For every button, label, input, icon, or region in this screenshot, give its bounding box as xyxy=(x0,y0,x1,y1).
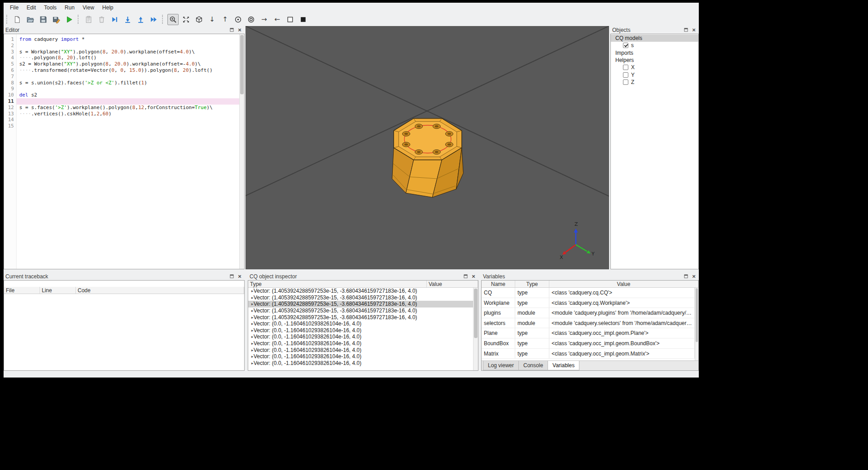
inspector-row[interactable]: ▸Vector: (1.4053924288597253e-15, -3.680… xyxy=(248,301,473,307)
tb-column-code[interactable]: Code xyxy=(76,287,244,294)
variable-row[interactable]: Matrixtype<class 'cadquery.occ_impl.geom… xyxy=(482,349,695,359)
new-script-button[interactable] xyxy=(12,14,23,25)
menu-edit[interactable]: Edit xyxy=(22,3,40,12)
variables-scrollbar[interactable] xyxy=(695,288,698,360)
inspector-row[interactable]: ▸Vector: (0.0, -1.1604610293826104e-16, … xyxy=(248,340,473,347)
variable-row[interactable]: CQtype<class 'cadquery.cq.CQ'> xyxy=(482,288,695,298)
inspector-row[interactable]: ▸Vector: (0.0, -1.1604610293826104e-16, … xyxy=(248,353,473,360)
float-panel-icon[interactable] xyxy=(229,27,234,33)
save-button[interactable] xyxy=(38,14,49,25)
shaded-view-button[interactable] xyxy=(298,14,309,25)
iso-view-button[interactable] xyxy=(193,14,205,25)
editor-gutter[interactable]: 123456789101112131415 xyxy=(4,34,17,269)
inspector-row[interactable]: ▸Vector: (0.0, -1.1604610293826104e-16, … xyxy=(248,321,473,327)
expand-arrow-icon[interactable]: ▸ xyxy=(248,302,253,306)
code-line[interactable] xyxy=(17,43,239,49)
wireframe-view-button[interactable] xyxy=(285,14,296,25)
float-panel-icon[interactable] xyxy=(463,274,468,279)
checkbox-y[interactable] xyxy=(623,72,628,78)
checkbox-z[interactable] xyxy=(623,79,628,85)
step-out-button[interactable] xyxy=(135,14,146,25)
code-line[interactable]: s = Workplane("XY").polygon(8, 20.0).wor… xyxy=(17,49,239,55)
tree-item-s[interactable]: s xyxy=(611,42,698,49)
save-as-button[interactable] xyxy=(51,14,62,25)
insp-column-type[interactable]: Type xyxy=(248,281,427,287)
tab-console[interactable]: Console xyxy=(518,361,548,370)
toolbar-handle[interactable] xyxy=(6,15,9,24)
editor-scrollbar[interactable] xyxy=(239,34,244,269)
expand-arrow-icon[interactable]: ▸ xyxy=(248,321,253,326)
right-view-button[interactable]: → xyxy=(259,14,270,25)
model-3d[interactable] xyxy=(392,119,464,198)
front-view-button[interactable] xyxy=(232,14,244,25)
left-view-button[interactable]: ← xyxy=(272,14,283,25)
menu-tools[interactable]: Tools xyxy=(40,3,61,12)
tree-item-z[interactable]: Z xyxy=(611,79,698,86)
tb-column-file[interactable]: File xyxy=(4,287,40,294)
inspector-row[interactable]: ▸Vector: (1.4053924288597253e-15, -3.680… xyxy=(248,294,473,301)
inspector-scrollbar-thumb[interactable] xyxy=(474,289,478,338)
tb-column-line[interactable]: Line xyxy=(40,287,76,294)
code-line[interactable]: ····.transformed(rotate=Vector(0, 0, 15.… xyxy=(17,67,239,74)
code-line[interactable]: ····.vertices().cskHole(1,2,60) xyxy=(17,111,239,117)
variables-scrollbar-thumb[interactable] xyxy=(696,288,698,342)
inspector-scrollbar[interactable] xyxy=(473,288,478,370)
expand-arrow-icon[interactable]: ▸ xyxy=(248,295,253,300)
zoom-button[interactable] xyxy=(167,14,179,25)
editor-scrollbar-thumb[interactable] xyxy=(240,35,244,94)
inspector-row[interactable]: ▸Vector: (1.4053924288597253e-15, -3.680… xyxy=(248,314,473,321)
variable-row[interactable]: Workplanetype<class 'cadquery.cq.Workpla… xyxy=(482,298,695,308)
code-line[interactable]: del s2 xyxy=(17,92,239,98)
back-view-button[interactable] xyxy=(245,14,257,25)
tree-item-imports[interactable]: Imports xyxy=(611,49,698,57)
inspector-row[interactable]: ▸Vector: (1.4053924288597253e-15, -3.680… xyxy=(248,307,473,314)
variable-row[interactable]: pluginsmodule<module 'cadquery.plugins' … xyxy=(482,308,695,318)
expand-arrow-icon[interactable]: ▸ xyxy=(248,308,253,313)
float-panel-icon[interactable] xyxy=(683,27,688,33)
inspector-row[interactable]: ▸Vector: (0.0, -1.1604610293826104e-16, … xyxy=(248,327,473,334)
code-line[interactable] xyxy=(17,74,239,80)
inspector-row[interactable]: ▸Vector: (1.4053924288597253e-15, -3.680… xyxy=(248,288,473,294)
inspector-row[interactable]: ▸Vector: (0.0, -1.1604610293826104e-16, … xyxy=(248,334,473,340)
code-line[interactable] xyxy=(17,117,239,123)
expand-arrow-icon[interactable]: ▸ xyxy=(248,315,253,320)
expand-arrow-icon[interactable]: ▸ xyxy=(248,348,253,352)
top-view-button[interactable]: ↑ xyxy=(219,14,231,25)
inspector-row[interactable]: ▸Vector: (0.0, -1.1604610293826104e-16, … xyxy=(248,347,473,353)
tree-item-x[interactable]: X xyxy=(611,64,698,71)
tab-log-viewer[interactable]: Log viewer xyxy=(483,361,519,370)
tab-variables[interactable]: Variables xyxy=(548,361,579,370)
code-line[interactable] xyxy=(17,86,239,92)
float-panel-icon[interactable] xyxy=(229,274,234,279)
render-button[interactable] xyxy=(64,14,75,25)
viewport-3d[interactable]: X Y Z xyxy=(245,26,609,269)
insp-column-value[interactable]: Value xyxy=(427,281,478,287)
inspector-row[interactable]: ▸Vector: (0.0, -1.1604610293826104e-16, … xyxy=(248,360,473,367)
menu-file[interactable]: File xyxy=(6,3,22,12)
menu-run[interactable]: Run xyxy=(61,3,79,12)
step-button[interactable] xyxy=(122,14,133,25)
tree-item-helpers[interactable]: Helpers xyxy=(611,57,698,64)
close-panel-icon[interactable]: × xyxy=(471,274,476,279)
code-line[interactable] xyxy=(17,98,239,105)
viewport-canvas[interactable]: X Y Z xyxy=(245,26,609,269)
expand-arrow-icon[interactable]: ▸ xyxy=(248,328,253,333)
continue-button[interactable] xyxy=(148,14,159,25)
toolbar-handle[interactable] xyxy=(162,15,165,24)
debug-button[interactable] xyxy=(109,14,120,25)
var-column-name[interactable]: Name xyxy=(482,281,515,287)
code-line[interactable] xyxy=(17,123,239,129)
fit-all-button[interactable] xyxy=(180,14,192,25)
variable-row[interactable]: BoundBoxtype<class 'cadquery.occ_impl.ge… xyxy=(482,338,695,349)
var-column-value[interactable]: Value xyxy=(549,281,698,287)
expand-arrow-icon[interactable]: ▸ xyxy=(248,341,253,346)
expand-arrow-icon[interactable]: ▸ xyxy=(248,354,253,359)
expand-arrow-icon[interactable]: ▸ xyxy=(248,289,253,293)
menu-view[interactable]: View xyxy=(79,3,98,12)
variable-row[interactable]: Planetype<class 'cadquery.occ_impl.geom.… xyxy=(482,328,695,338)
code-line[interactable]: from cadquery import * xyxy=(17,36,239,43)
close-panel-icon[interactable]: × xyxy=(691,274,697,279)
checkbox-x[interactable] xyxy=(623,65,628,70)
expand-arrow-icon[interactable]: ▸ xyxy=(248,334,253,339)
tree-item-y[interactable]: Y xyxy=(611,71,698,78)
